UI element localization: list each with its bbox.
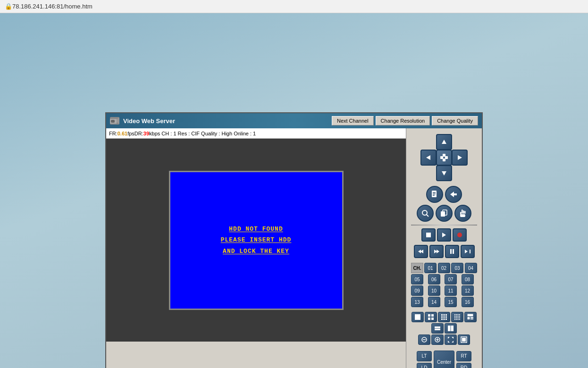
- svg-rect-50: [454, 314, 455, 315]
- center-button[interactable]: Center: [434, 351, 454, 368]
- url-bar[interactable]: 78.186.241.146:81/home.htm: [12, 3, 92, 10]
- ch-03-button[interactable]: 03: [451, 263, 463, 273]
- copy-button[interactable]: [436, 205, 453, 222]
- forward-button[interactable]: [429, 245, 444, 258]
- dpad-up-button[interactable]: [436, 134, 452, 150]
- svg-rect-52: [458, 314, 459, 315]
- stop-button[interactable]: [421, 228, 436, 242]
- svg-rect-22: [464, 211, 466, 214]
- dpad-right-button[interactable]: [452, 150, 468, 166]
- title-buttons: Next Channel Change Resolution Change Qu…: [332, 116, 478, 125]
- fullscreen-button[interactable]: [458, 335, 470, 345]
- svg-rect-8: [445, 156, 448, 159]
- layout-3x3-button[interactable]: [438, 312, 450, 322]
- ch-12-button[interactable]: 12: [462, 285, 474, 296]
- layout-wide-button[interactable]: [431, 323, 444, 334]
- ch-11-button[interactable]: 11: [445, 285, 457, 296]
- svg-rect-72: [448, 326, 451, 331]
- ch-02-button[interactable]: 02: [438, 263, 450, 273]
- ch-05-button[interactable]: 05: [411, 274, 423, 284]
- change-quality-button[interactable]: Change Quality: [432, 116, 478, 125]
- layout-5x5-button[interactable]: [464, 312, 477, 322]
- svg-line-17: [427, 215, 428, 217]
- transport-row-1: [421, 228, 467, 242]
- zoom-in-button[interactable]: [431, 335, 444, 345]
- ch-13-button[interactable]: 13: [411, 297, 423, 307]
- svg-rect-39: [428, 318, 430, 320]
- ch-15-button[interactable]: 15: [445, 297, 457, 307]
- svg-marker-10: [442, 171, 446, 176]
- dpad-left-button[interactable]: [420, 150, 437, 166]
- ch-14-button[interactable]: 14: [428, 297, 440, 307]
- lt-button[interactable]: LT: [417, 351, 432, 361]
- zoom-out-button[interactable]: [418, 335, 430, 345]
- svg-rect-73: [451, 326, 454, 331]
- video-container: HDD NOT FOUND PLEASE INSERT HDD AND LOCK…: [106, 139, 406, 342]
- record-button[interactable]: [453, 228, 467, 242]
- body-row: FR:0.61 fps DR:39 kbps CH : 1 Res : CIF …: [106, 128, 482, 368]
- rewind-button[interactable]: [414, 245, 428, 258]
- video-line2: PLEASE INSERT HDD: [221, 234, 292, 245]
- svg-rect-6: [443, 159, 445, 161]
- lock-icon: 🔒: [5, 3, 12, 10]
- svg-marker-79: [448, 337, 450, 339]
- svg-rect-71: [435, 329, 440, 331]
- ch-06-button[interactable]: 06: [428, 274, 440, 284]
- dpad-center-button[interactable]: [436, 150, 452, 166]
- svg-rect-32: [450, 249, 452, 254]
- svg-rect-67: [468, 317, 470, 319]
- left-col: LT LD: [417, 351, 432, 368]
- dpad-down-button[interactable]: [436, 165, 452, 181]
- next-channel-button[interactable]: Next Channel: [332, 116, 374, 125]
- video-line1: HDD NOT FOUND: [221, 224, 292, 234]
- hand-button[interactable]: [454, 205, 471, 222]
- change-resolution-button[interactable]: Change Resolution: [376, 116, 430, 125]
- svg-rect-40: [431, 318, 434, 320]
- channel-grid-top: 01 02 03 04: [424, 263, 477, 273]
- pause-button[interactable]: [445, 245, 459, 258]
- svg-rect-60: [458, 318, 459, 318]
- svg-point-27: [457, 233, 462, 237]
- svg-marker-81: [448, 341, 450, 343]
- svg-rect-47: [441, 318, 443, 320]
- svg-rect-24: [460, 214, 465, 217]
- svg-rect-45: [444, 317, 445, 318]
- skip-forward-button[interactable]: [461, 245, 475, 258]
- status-bar: FR:0.61 fps DR:39 kbps CH : 1 Res : CIF …: [106, 128, 406, 139]
- ch-07-button[interactable]: 07: [445, 274, 457, 284]
- layout-1x1-button[interactable]: [412, 312, 424, 322]
- video-line3: AND LOCK THE KEY: [221, 246, 292, 257]
- svg-rect-84: [462, 338, 466, 342]
- title-bar: Video Web Server Next Channel Change Res…: [106, 113, 482, 128]
- svg-rect-42: [444, 314, 445, 316]
- back-button[interactable]: [445, 186, 462, 203]
- rd-button[interactable]: RD: [456, 363, 471, 368]
- search-button[interactable]: [417, 205, 434, 222]
- fit-button[interactable]: [445, 335, 457, 345]
- svg-rect-68: [470, 317, 473, 318]
- layout-2x2-button[interactable]: [425, 312, 437, 322]
- ch-08-button[interactable]: 08: [462, 274, 474, 284]
- ch-01-button[interactable]: 01: [424, 263, 437, 273]
- channel-header-row: CH. 01 02 03 04: [411, 263, 477, 273]
- svg-marker-34: [465, 250, 468, 253]
- ch-09-button[interactable]: 09: [411, 285, 423, 296]
- svg-rect-46: [445, 317, 447, 318]
- rt-button[interactable]: RT: [456, 351, 471, 361]
- svg-rect-41: [441, 314, 443, 316]
- svg-rect-37: [428, 314, 430, 317]
- ld-button[interactable]: LD: [417, 363, 432, 368]
- ch-04-button[interactable]: 04: [465, 263, 477, 273]
- ch-10-button[interactable]: 10: [428, 285, 440, 296]
- document-button[interactable]: [426, 186, 443, 203]
- layout-4x4-button[interactable]: [451, 312, 463, 322]
- right-col: RT RD: [456, 351, 471, 368]
- app-title: Video Web Server: [123, 117, 328, 125]
- dr-label: DR:: [134, 131, 143, 136]
- video-frame: HDD NOT FOUND PLEASE INSERT HDD AND LOCK…: [169, 171, 344, 310]
- play-button[interactable]: [437, 228, 451, 242]
- layout-tall-button[interactable]: [445, 323, 457, 334]
- ch-16-button[interactable]: 16: [462, 297, 474, 307]
- svg-rect-33: [453, 249, 454, 254]
- bottom-row: LT LD Center RT RD: [417, 351, 471, 368]
